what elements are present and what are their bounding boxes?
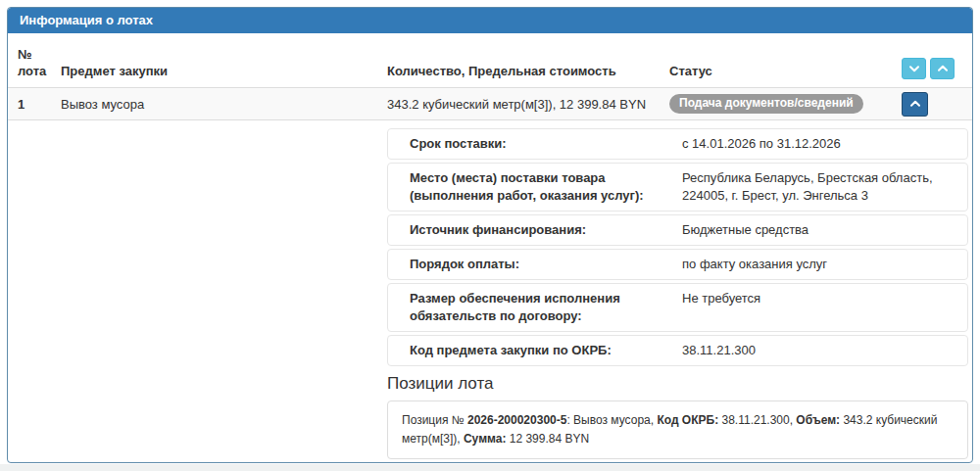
- col-header-lot-number: № лота: [18, 46, 61, 79]
- position-okrb-value: 38.11.21.300,: [718, 413, 796, 427]
- lot-quantity-cell: 343.2 кубический метр(м[3]), 12 399.84 B…: [387, 97, 669, 112]
- detail-value: 38.11.21.300: [682, 342, 957, 359]
- position-volume-label: Объем:: [796, 413, 840, 427]
- col-header-subject: Предмет закупки: [61, 63, 387, 79]
- chevron-up-icon: [909, 98, 921, 110]
- detail-label: Размер обеспечения исполнения обязательс…: [410, 290, 682, 325]
- lot-number-cell: 1: [18, 97, 61, 112]
- detail-value: Республика Беларусь, Брестская область, …: [682, 169, 957, 205]
- positions-heading: Позиции лота: [387, 374, 968, 394]
- detail-row-payment-order: Порядок оплаты: по факту оказания услуг: [387, 249, 968, 280]
- detail-row-delivery-place: Место (места) поставки товара (выполнени…: [387, 163, 968, 212]
- chevron-down-icon: [908, 63, 920, 74]
- lots-info-panel: Информация о лотах № лота Предмет закупк…: [7, 7, 973, 463]
- detail-label: Источник финансирования:: [410, 221, 682, 239]
- lot-details-section: Срок поставки: с 14.01.2026 по 31.12.202…: [8, 120, 972, 459]
- detail-value: Не требуется: [682, 290, 957, 325]
- detail-label: Срок поставки:: [410, 135, 682, 153]
- detail-value: Бюджетные средства: [682, 221, 957, 239]
- detail-label: Код предмета закупки по ОКРБ:: [410, 342, 682, 359]
- panel-title: Информация о лотах: [8, 8, 972, 33]
- chevron-up-icon: [937, 63, 949, 74]
- col-header-quantity: Количество, Предельная стоимость: [387, 63, 669, 79]
- lot-number-header-line1: №: [18, 47, 32, 62]
- position-prefix: Позиция №: [402, 413, 467, 427]
- position-number: 2026-200020300-5: [467, 413, 566, 427]
- position-okrb-label: Код ОКРБ:: [657, 413, 718, 427]
- detail-row-funding-source: Источник финансирования: Бюджетные средс…: [387, 214, 968, 246]
- detail-label: Место (места) поставки товара (выполнени…: [410, 169, 682, 205]
- detail-value: с 14.01.2026 по 31.12.2026: [682, 135, 957, 153]
- detail-row-security-amount: Размер обеспечения исполнения обязательс…: [387, 283, 968, 332]
- position-sum-value: 12 399.84 BYN: [506, 432, 589, 446]
- lot-subject-cell: Вывоз мусора: [61, 97, 387, 112]
- detail-row-delivery-term: Срок поставки: с 14.01.2026 по 31.12.202…: [387, 128, 968, 160]
- position-item: Позиция № 2026-200020300-5: Вывоз мусора…: [387, 400, 968, 459]
- lot-number-header-line2: лота: [18, 64, 46, 78]
- lot-table-row: 1 Вывоз мусора 343.2 кубический метр(м[3…: [8, 87, 972, 120]
- expand-all-button[interactable]: [930, 58, 955, 79]
- table-header-row: № лота Предмет закупки Количество, Преде…: [8, 33, 972, 87]
- detail-value: по факту оказания услуг: [682, 256, 957, 273]
- row-toggle-button[interactable]: [902, 92, 928, 117]
- page-background-strip: [0, 464, 980, 471]
- status-badge: Подача документов/сведений: [669, 94, 863, 114]
- collapse-all-button[interactable]: [902, 58, 926, 79]
- detail-label: Порядок оплаты:: [410, 256, 682, 273]
- position-subject: : Вывоз мусора,: [566, 413, 657, 427]
- position-sum-label: Сумма:: [464, 432, 506, 446]
- detail-row-okrb-code: Код предмета закупки по ОКРБ: 38.11.21.3…: [387, 335, 968, 366]
- lot-details-table: Срок поставки: с 14.01.2026 по 31.12.202…: [387, 128, 968, 459]
- col-header-status: Статус: [669, 63, 902, 79]
